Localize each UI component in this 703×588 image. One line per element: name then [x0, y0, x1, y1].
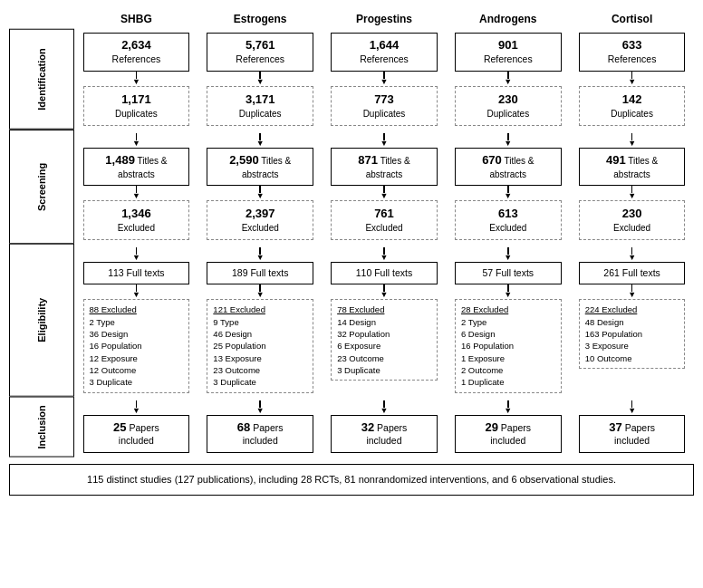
section-col-shbg-elig: 113 Full texts 88 Excluded 2 Type36 Desi… — [74, 244, 198, 397]
section-col-and-id: 901 References 230 Duplicates — [446, 29, 570, 130]
arrow-pro-ref-dup — [380, 72, 389, 86]
col-header-androgens: Androgens — [446, 9, 570, 29]
section-col-pro-scr: 871 Titles &abstracts 761Excluded — [323, 130, 447, 244]
and-references-num: 901 — [498, 38, 518, 52]
arrow-and-titles — [504, 133, 512, 148]
est-duplicates-box: 3,171 Duplicates — [207, 86, 313, 126]
est-excl-scr-box: 2,397Excluded — [207, 200, 313, 240]
col-header-shbg: SHBG — [74, 9, 198, 29]
est-dup-num: 3,171 — [246, 92, 275, 106]
arrow-shbg-excl-scr — [132, 186, 140, 200]
shbg-titles-box: 1,489 Titles &abstracts — [83, 148, 190, 186]
pro-references-box: 1,644 References — [331, 33, 438, 72]
pro-excl-elig-total: 78 Excluded — [337, 304, 384, 314]
and-duplicates-box: 230 Duplicates — [455, 86, 562, 126]
est-references-box: 5,761 References — [207, 33, 313, 72]
section-col-cor-inc: 37 Papersincluded — [570, 397, 694, 458]
shbg-excl-elig-box: 88 Excluded 2 Type36 Design16 Population… — [83, 299, 190, 392]
arrow-and-full — [504, 247, 512, 262]
and-references-box: 901 References — [455, 33, 562, 72]
section-col-pro-elig: 110 Full texts 78 Excluded 14 Design32 P… — [323, 244, 447, 397]
section-col-shbg-id: 2,634 References 1,171 Duplicates — [74, 29, 198, 130]
arrow-pro-inc — [380, 400, 389, 415]
est-included-box: 68 Papersincluded — [207, 415, 313, 454]
est-included-num: 68 — [237, 420, 250, 434]
shbg-references-label: References — [112, 53, 161, 64]
arrow-cor-titles — [628, 133, 636, 148]
pro-dup-num: 773 — [374, 92, 394, 106]
arrow-cor-full — [628, 247, 636, 262]
and-excl-elig-total: 28 Excluded — [461, 304, 508, 314]
cor-duplicates-box: 142 Duplicates — [579, 86, 686, 126]
cor-excl-elig-box: 224 Excluded 48 Design163 Population3 Ex… — [579, 299, 686, 368]
cor-excl-scr-num: 230 — [622, 207, 642, 220]
est-titles-num: 2,590 — [229, 153, 259, 167]
section-col-cor-elig: 261 Full texts 224 Excluded 48 Design163… — [570, 244, 694, 397]
arrow-pro-full — [380, 247, 389, 262]
footer-text: 115 distinct studies (127 publications),… — [87, 474, 616, 485]
arrow-est-excl-scr — [256, 186, 265, 200]
identification-label: Identification — [9, 29, 74, 130]
section-col-and-inc: 29 Papersincluded — [446, 397, 570, 458]
arrow-est-full — [256, 247, 265, 262]
cor-titles-num: 491 — [606, 153, 626, 167]
section-col-and-scr: 670 Titles &abstracts 613Excluded — [446, 130, 570, 244]
arrow-cor-inc — [628, 400, 636, 415]
cor-titles-box: 491 Titles &abstracts — [579, 148, 686, 186]
arrow-est-ref-dup — [256, 72, 265, 86]
section-col-pro-inc: 32 Papersincluded — [323, 397, 447, 458]
pro-excl-scr-num: 761 — [374, 207, 394, 220]
arrow-pro-excl-scr — [380, 186, 389, 200]
col-header-progestins: Progestins — [323, 9, 447, 29]
col-header-cortisol: Cortisol — [570, 9, 694, 29]
arrow-shbg-full — [132, 247, 140, 262]
est-dup-label: Duplicates — [239, 109, 282, 119]
shbg-included-num: 25 — [113, 420, 126, 434]
pro-duplicates-box: 773 Duplicates — [331, 86, 438, 126]
pro-titles-box: 871 Titles &abstracts — [331, 148, 438, 186]
section-col-shbg-scr: 1,489 Titles &abstracts 1,346Excluded — [74, 130, 198, 244]
pro-excl-elig-box: 78 Excluded 14 Design32 Population6 Expo… — [331, 299, 438, 381]
arrow-pro-titles — [380, 133, 389, 148]
and-included-box: 29 Papersincluded — [455, 415, 562, 454]
and-dup-num: 230 — [498, 92, 518, 106]
inclusion-section: Inclusion 25 Papersincluded 68 Papersinc… — [9, 397, 694, 458]
col-header-estrogens: Estrogens — [198, 9, 323, 29]
est-excl-elig-box: 121 Excluded 9 Type46 Design25 Populatio… — [207, 299, 313, 392]
and-full-box: 57 Full texts — [455, 262, 562, 285]
and-excl-scr-box: 613Excluded — [455, 200, 562, 240]
flowchart: SHBG Estrogens Progestins Androgens Cort… — [9, 9, 694, 496]
pro-titles-num: 871 — [358, 153, 378, 167]
section-col-est-inc: 68 Papersincluded — [198, 397, 323, 458]
arrow-cor-ref-dup — [628, 72, 636, 86]
section-col-est-elig: 189 Full texts 121 Excluded 9 Type46 Des… — [198, 244, 323, 397]
shbg-titles-num: 1,489 — [105, 153, 135, 167]
cor-dup-num: 142 — [622, 92, 642, 106]
arrow-est-excl-elig — [256, 284, 265, 299]
arrow-cor-excl-scr — [628, 186, 636, 200]
shbg-excl-scr-box: 1,346Excluded — [83, 200, 190, 240]
arrow-and-inc — [504, 400, 512, 415]
arrow-est-inc — [256, 400, 265, 415]
shbg-duplicates-box: 1,171 Duplicates — [83, 86, 190, 126]
cor-excl-scr-box: 230Excluded — [579, 200, 686, 240]
shbg-excl-scr-num: 1,346 — [121, 207, 151, 220]
pro-full-box: 110 Full texts — [331, 262, 438, 285]
est-full-box: 189 Full texts — [207, 262, 313, 285]
shbg-references-box: 2,634 References — [83, 33, 190, 72]
cor-dup-label: Duplicates — [611, 109, 653, 119]
footer-summary: 115 distinct studies (127 publications),… — [9, 464, 694, 496]
pro-references-label: References — [360, 53, 409, 64]
est-excl-elig-total: 121 Excluded — [213, 304, 265, 314]
pro-included-num: 32 — [361, 420, 374, 434]
identification-section: Identification 2,634 References 1,171 Du… — [9, 29, 694, 130]
shbg-included-box: 25 Papersincluded — [83, 415, 190, 454]
shbg-excl-elig-total: 88 Excluded — [90, 304, 137, 314]
cor-excl-elig-total: 224 Excluded — [585, 304, 638, 314]
and-included-num: 29 — [485, 420, 497, 434]
eligibility-section: Eligibility 113 Full texts 88 Excluded 2… — [9, 244, 694, 397]
and-references-label: References — [484, 53, 533, 64]
est-excl-scr-num: 2,397 — [246, 207, 275, 220]
section-col-and-elig: 57 Full texts 28 Excluded 2 Type6 Design… — [446, 244, 570, 397]
section-col-cor-scr: 491 Titles &abstracts 230Excluded — [570, 130, 694, 244]
